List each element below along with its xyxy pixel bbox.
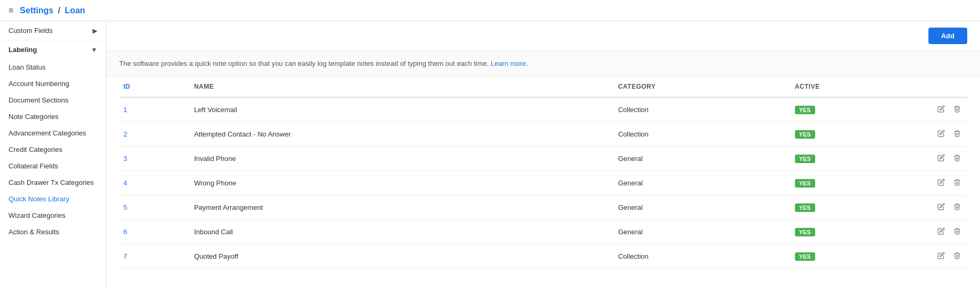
chevron-right-icon: ▶ [93, 27, 97, 35]
cell-category: General [614, 171, 790, 196]
cell-name: Wrong Phone [190, 171, 614, 196]
edit-button[interactable] [935, 177, 947, 189]
breadcrumb: Settings / Loan [20, 6, 85, 15]
active-badge: YES [795, 252, 815, 261]
cell-name: Inbound Call [190, 220, 614, 244]
delete-button[interactable] [951, 226, 963, 237]
delete-button[interactable] [951, 153, 963, 164]
table-row: 1 Left Voicemail Collection YES [119, 97, 967, 122]
col-header-name: NAME [190, 76, 614, 97]
delete-button[interactable] [951, 177, 963, 189]
cell-active: YES [791, 171, 897, 196]
sidebar-item-document-sections[interactable]: Document Sections [0, 92, 106, 108]
delete-button[interactable] [951, 129, 963, 140]
cell-id: 6 [119, 220, 190, 244]
col-header-actions [897, 76, 967, 97]
edit-button[interactable] [935, 129, 947, 140]
active-badge: YES [795, 106, 815, 114]
table-row: 4 Wrong Phone General YES [119, 171, 967, 196]
col-header-category: CATEGORY [614, 76, 790, 97]
breadcrumb-current: Loan [65, 6, 85, 15]
cell-actions [897, 147, 967, 171]
cell-category: General [614, 220, 790, 244]
cell-actions [897, 97, 967, 122]
cell-actions [897, 171, 967, 196]
custom-fields-label: Custom Fields [9, 27, 53, 35]
active-badge: YES [795, 228, 815, 236]
cell-id: 1 [119, 97, 190, 122]
layout: Custom Fields ▶ Labeling ▼ Loan Status A… [0, 21, 980, 289]
table-row: 5 Payment Arrangement General YES [119, 196, 967, 220]
cell-category: General [614, 196, 790, 220]
info-description: The software provides a quick note optio… [119, 60, 489, 67]
cell-category: Collection [614, 122, 790, 147]
active-badge: YES [795, 203, 815, 212]
delete-button[interactable] [951, 251, 963, 262]
main-toolbar: Add [106, 21, 980, 51]
cell-actions [897, 196, 967, 220]
main-content: Add The software provides a quick note o… [106, 21, 980, 289]
cell-id: 4 [119, 171, 190, 196]
cell-active: YES [791, 97, 897, 122]
add-button[interactable]: Add [928, 28, 967, 44]
table-row: 7 Quoted Payoff Collection YES [119, 244, 967, 269]
cell-id: 3 [119, 147, 190, 171]
learn-more-link[interactable]: Learn more. [491, 60, 528, 67]
sidebar-item-quick-notes[interactable]: Quick Notes Library [0, 191, 106, 207]
delete-button[interactable] [951, 202, 963, 213]
delete-button[interactable] [951, 104, 963, 115]
cell-name: Payment Arrangement [190, 196, 614, 220]
cell-name: Left Voicemail [190, 97, 614, 122]
cell-category: Collection [614, 244, 790, 269]
edit-button[interactable] [935, 226, 947, 237]
cell-active: YES [791, 220, 897, 244]
sidebar-item-advancement-categories[interactable]: Advancement Categories [0, 125, 106, 141]
table-row: 2 Attempted Contact - No Answer Collecti… [119, 122, 967, 147]
table-header-row: ID NAME CATEGORY ACTIVE [119, 76, 967, 97]
sidebar-item-account-numbering[interactable]: Account Numbering [0, 75, 106, 92]
cell-category: Collection [614, 97, 790, 122]
cell-name: Invalid Phone [190, 147, 614, 171]
sidebar-item-wizard-categories[interactable]: Wizard Categories [0, 207, 106, 224]
sidebar-item-custom-fields[interactable]: Custom Fields ▶ [0, 21, 106, 40]
edit-button[interactable] [935, 202, 947, 213]
cell-active: YES [791, 244, 897, 269]
menu-icon[interactable]: ≡ [9, 6, 13, 15]
cell-name: Quoted Payoff [190, 244, 614, 269]
app-header: ≡ Settings / Loan [0, 0, 980, 21]
edit-button[interactable] [935, 153, 947, 164]
cell-actions [897, 244, 967, 269]
cell-id: 5 [119, 196, 190, 220]
sidebar-item-cash-drawer[interactable]: Cash Drawer Tx Categories [0, 174, 106, 191]
sidebar-item-note-categories[interactable]: Note Categories [0, 108, 106, 125]
sidebar-item-collateral-fields[interactable]: Collateral Fields [0, 158, 106, 174]
cell-id: 7 [119, 244, 190, 269]
chevron-down-icon: ▼ [91, 46, 97, 54]
active-badge: YES [795, 155, 815, 163]
sidebar-item-action-results[interactable]: Action & Results [0, 224, 106, 240]
edit-button[interactable] [935, 251, 947, 262]
cell-active: YES [791, 147, 897, 171]
cell-id: 2 [119, 122, 190, 147]
cell-category: General [614, 147, 790, 171]
labeling-label: Labeling [9, 46, 37, 54]
cell-active: YES [791, 122, 897, 147]
info-bar: The software provides a quick note optio… [106, 51, 980, 76]
breadcrumb-separator: / [58, 6, 60, 15]
cell-name: Attempted Contact - No Answer [190, 122, 614, 147]
notes-table: ID NAME CATEGORY ACTIVE 1 Left Voicemail… [119, 76, 967, 269]
col-header-active: ACTIVE [791, 76, 897, 97]
cell-active: YES [791, 196, 897, 220]
breadcrumb-settings[interactable]: Settings [20, 6, 53, 15]
sidebar-item-loan-status[interactable]: Loan Status [0, 59, 106, 75]
col-header-id: ID [119, 76, 190, 97]
labeling-section-header[interactable]: Labeling ▼ [0, 40, 106, 59]
sidebar-item-credit-categories[interactable]: Credit Categories [0, 141, 106, 158]
table-container: ID NAME CATEGORY ACTIVE 1 Left Voicemail… [106, 76, 980, 269]
table-row: 6 Inbound Call General YES [119, 220, 967, 244]
active-badge: YES [795, 179, 815, 188]
edit-button[interactable] [935, 104, 947, 115]
table-row: 3 Invalid Phone General YES [119, 147, 967, 171]
cell-actions [897, 122, 967, 147]
cell-actions [897, 220, 967, 244]
